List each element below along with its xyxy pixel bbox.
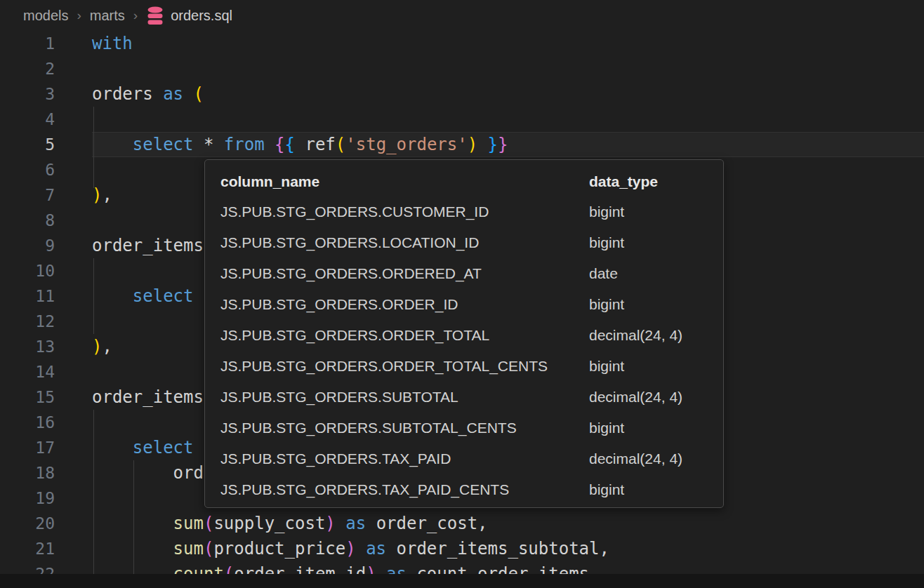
code-text: select * from {{ ref('stg_orders') }}	[55, 132, 508, 157]
hover-popup: column_name data_type JS.PUB.STG_ORDERS.…	[204, 159, 724, 508]
hover-table-rows: JS.PUB.STG_ORDERS.CUSTOMER_IDbigintJS.PU…	[220, 196, 723, 505]
hover-table-row: JS.PUB.STG_ORDERS.ORDER_TOTALdecimal(24,…	[220, 320, 723, 351]
line-number: 9	[0, 233, 55, 258]
code-text: sum(supply_cost) as order_cost,	[55, 511, 488, 536]
hover-table-row: JS.PUB.STG_ORDERS.CUSTOMER_IDbigint	[220, 196, 723, 227]
code-line[interactable]: 4	[0, 107, 924, 132]
breadcrumb-separator: ›	[77, 8, 81, 23]
line-number: 21	[0, 536, 55, 561]
hover-table-row: JS.PUB.STG_ORDERS.SUBTOTAL_CENTSbigint	[220, 413, 723, 443]
line-number: 8	[0, 208, 55, 233]
line-number: 4	[0, 107, 55, 132]
data-type-cell: decimal(24, 4)	[589, 320, 682, 351]
code-text: select	[55, 283, 194, 309]
data-type-cell: bigint	[589, 227, 624, 258]
code-line[interactable]: 21 sum(product_price) as order_items_sub…	[0, 536, 924, 561]
line-number: 5	[0, 132, 55, 157]
line-number: 10	[0, 258, 55, 283]
column-name-cell: JS.PUB.STG_ORDERS.ORDER_TOTAL_CENTS	[220, 358, 548, 374]
data-type-cell: bigint	[589, 413, 624, 443]
breadcrumb-separator: ›	[133, 8, 138, 23]
column-name-cell: JS.PUB.STG_ORDERS.CUSTOMER_ID	[220, 203, 489, 220]
code-text	[55, 410, 92, 435]
line-number: 7	[0, 182, 55, 208]
hover-table-row: JS.PUB.STG_ORDERS.TAX_PAIDdecimal(24, 4)	[220, 443, 723, 474]
breadcrumb-item-models[interactable]: models	[23, 8, 68, 24]
line-number: 6	[0, 157, 55, 182]
code-text: order_items	[55, 233, 204, 258]
line-number: 3	[0, 81, 55, 107]
data-type-cell: bigint	[589, 289, 624, 320]
code-text	[55, 309, 92, 334]
hover-table-row: JS.PUB.STG_ORDERS.LOCATION_IDbigint	[220, 227, 723, 258]
code-text	[55, 107, 92, 132]
code-line[interactable]: 2	[0, 56, 924, 81]
code-text: orders as (	[55, 81, 204, 107]
hover-table-row: JS.PUB.STG_ORDERS.ORDER_TOTAL_CENTSbigin…	[220, 351, 723, 382]
code-text	[55, 486, 92, 511]
breadcrumb-item-marts[interactable]: marts	[90, 8, 125, 24]
hover-table-row: JS.PUB.STG_ORDERS.TAX_PAID_CENTSbigint	[220, 474, 723, 505]
data-type-cell: decimal(24, 4)	[589, 443, 682, 474]
code-text: ),	[55, 182, 112, 208]
column-name-cell: JS.PUB.STG_ORDERS.ORDERED_AT	[220, 265, 482, 281]
breadcrumb: models › marts › orders.sql	[0, 0, 924, 31]
code-text: ),	[55, 334, 112, 359]
code-text: select	[55, 435, 194, 460]
column-name-cell: JS.PUB.STG_ORDERS.TAX_PAID	[220, 450, 451, 467]
line-number: 1	[0, 31, 55, 56]
data-type-cell: bigint	[589, 196, 624, 227]
column-name-cell: JS.PUB.STG_ORDERS.ORDER_TOTAL	[220, 327, 489, 343]
hover-table-row: JS.PUB.STG_ORDERS.ORDER_IDbigint	[220, 289, 723, 320]
line-number: 15	[0, 385, 55, 410]
code-text	[55, 359, 92, 385]
code-line[interactable]: 3orders as (	[0, 81, 924, 107]
data-type-cell: date	[589, 258, 618, 289]
code-text: sum(product_price) as order_items_subtot…	[55, 536, 609, 561]
code-text	[55, 208, 92, 233]
line-number: 11	[0, 283, 55, 309]
line-number: 18	[0, 460, 55, 486]
column-name-cell: JS.PUB.STG_ORDERS.TAX_PAID_CENTS	[220, 481, 509, 497]
code-text	[55, 258, 92, 283]
column-name-cell: JS.PUB.STG_ORDERS.LOCATION_ID	[220, 234, 479, 250]
column-name-cell: JS.PUB.STG_ORDERS.SUBTOTAL	[220, 389, 458, 405]
code-text: ord	[55, 460, 204, 486]
hover-table-row: JS.PUB.STG_ORDERS.ORDERED_ATdate	[220, 258, 723, 289]
data-type-header: data_type	[589, 167, 658, 196]
code-text	[55, 157, 92, 182]
column-name-header: column_name	[220, 173, 319, 189]
hover-table-row: JS.PUB.STG_ORDERS.SUBTOTALdecimal(24, 4)	[220, 382, 723, 413]
code-line[interactable]: 1with	[0, 31, 924, 56]
column-name-cell: JS.PUB.STG_ORDERS.ORDER_ID	[220, 296, 458, 312]
line-number: 16	[0, 410, 55, 435]
line-number: 13	[0, 334, 55, 359]
data-type-cell: bigint	[589, 351, 624, 382]
hover-table-header: column_name data_type	[220, 167, 723, 196]
code-line[interactable]: 5 select * from {{ ref('stg_orders') }}	[0, 132, 924, 157]
code-text: order_items	[55, 385, 204, 410]
data-type-cell: bigint	[589, 474, 624, 505]
line-number: 20	[0, 511, 55, 536]
data-type-cell: decimal(24, 4)	[589, 382, 682, 413]
window-bottom-edge	[0, 574, 924, 588]
line-number: 12	[0, 309, 55, 334]
column-name-cell: JS.PUB.STG_ORDERS.SUBTOTAL_CENTS	[220, 420, 517, 436]
code-text: with	[55, 31, 133, 56]
line-number: 17	[0, 435, 55, 460]
code-text	[55, 56, 92, 81]
line-number: 2	[0, 56, 55, 81]
database-icon	[146, 6, 164, 25]
breadcrumb-file-name[interactable]: orders.sql	[171, 8, 232, 24]
code-line[interactable]: 20 sum(supply_cost) as order_cost,	[0, 511, 924, 536]
line-number: 19	[0, 486, 55, 511]
line-number: 14	[0, 359, 55, 385]
